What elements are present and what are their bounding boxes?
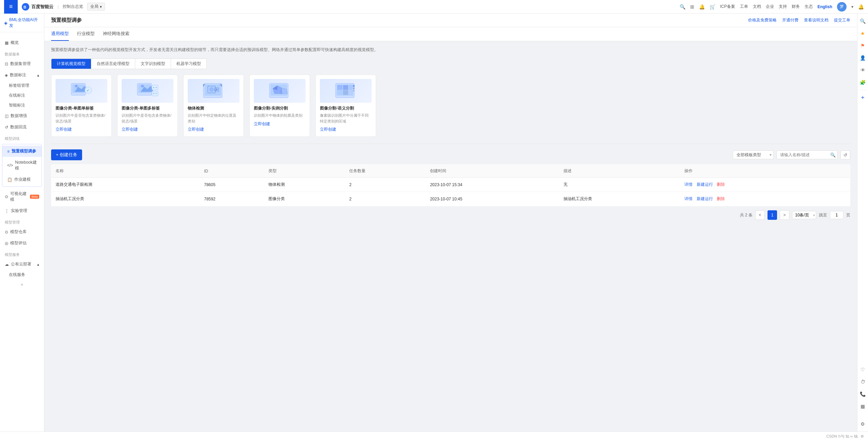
diamond-icon: ◈ — [4, 20, 7, 26]
delete-link-1[interactable]: 删除 — [717, 196, 725, 201]
section-divider — [51, 144, 850, 144]
sidebar-item-experiment[interactable]: ⋮ 实验管理 — [0, 205, 44, 216]
scope-selector[interactable]: 全局 ▾ — [87, 3, 105, 11]
detail-link-1[interactable]: 详情 — [684, 196, 693, 201]
float-grid-icon[interactable]: ▦ — [858, 402, 868, 411]
delete-link-0[interactable]: 删除 — [717, 182, 725, 187]
sidebar-item-overview[interactable]: ▦ 概览 — [0, 37, 44, 48]
logo-text: 百度智能云 — [31, 4, 53, 10]
svg-text:B: B — [24, 5, 26, 9]
sidebar-item-backflow[interactable]: ↺ 数据回流 — [0, 121, 44, 133]
sidebar-subitem-smart-label[interactable]: 智能标注 — [0, 100, 44, 110]
refresh-btn[interactable]: ↺ — [840, 150, 850, 160]
page-size-select[interactable]: 10条/页 20条/页 50条/页 — [792, 211, 816, 219]
float-favorite-icon[interactable]: ♡ — [858, 365, 868, 374]
search-icon[interactable]: 🔍 — [680, 4, 685, 10]
tab-industry-model[interactable]: 行业模型 — [77, 27, 95, 41]
sidebar-item-job-model[interactable]: 📋 作业建模 — [2, 174, 42, 185]
new-run-link-1[interactable]: 新建运行 — [697, 196, 713, 201]
pricing-link[interactable]: 价格及免费策略 — [748, 17, 777, 23]
sidebar-item-dataset[interactable]: ⊡ 数据集管理 — [0, 58, 44, 69]
sidebar-item-preset-model[interactable]: ≡ 预置模型调参 — [2, 146, 42, 157]
model-card-0[interactable]: ✓ 图像分类-单图单标签 识别图片中是否包含某类物体/状态/场景 立即创建 — [51, 75, 112, 137]
float-phone-icon[interactable]: 📞 — [858, 389, 868, 399]
sidebar-item-cloud-deploy[interactable]: ☁ 公有云部署 ▴ — [0, 259, 44, 270]
table-row-1: 抽油机工况分类 78592 图像分类 2 2023-10-07 10:45 抽油… — [51, 192, 850, 206]
model-card-3[interactable]: 图像分割-实例分割 识别图片中物体的轮廓及类别 立即创建 — [249, 75, 310, 137]
finance-link[interactable]: 财务 — [792, 4, 800, 10]
avatar[interactable]: 梦 — [837, 2, 847, 12]
docs-link[interactable]: 文档 — [753, 4, 761, 10]
tab-general-model[interactable]: 通用模型 — [51, 27, 69, 41]
detail-link-0[interactable]: 详情 — [684, 182, 693, 187]
card-link-0[interactable]: 立即创建 — [56, 127, 72, 132]
model-card-1[interactable]: + + + + 图像分类-单图多标签 识别图片中是否包含多类物体/状态/场景 立… — [117, 75, 178, 137]
sidebar-item-augment[interactable]: ◫ 数据增强 — [0, 110, 44, 121]
card-link-1[interactable]: 立即创建 — [122, 127, 138, 132]
search-submit-icon[interactable]: 🔍 — [830, 152, 836, 158]
float-settings-icon[interactable]: ⚙ — [858, 419, 868, 429]
float-user-icon[interactable]: 👤 — [858, 53, 868, 63]
create-task-btn[interactable]: + 创建任务 — [51, 149, 82, 160]
bell-icon[interactable]: 🔔 — [858, 4, 864, 10]
goto-input[interactable] — [830, 211, 843, 219]
float-clock-icon[interactable]: ⏱ — [858, 377, 868, 387]
sidebar-subitem-online-label[interactable]: 在线标注 — [0, 91, 44, 100]
support-link[interactable]: 支持 — [779, 4, 787, 10]
float-add-icon[interactable]: + — [858, 93, 868, 102]
model-card-2[interactable]: 物体检测 识别图片中特定物体的位置及类别 立即创建 — [183, 75, 244, 137]
float-star-icon[interactable]: ★ — [858, 29, 868, 38]
sidebar-item-visual-model[interactable]: ⊙ 可视化建模 Beta — [0, 188, 44, 205]
ticket-link[interactable]: 工单 — [740, 4, 748, 10]
top-nav-right: 🔍 ⊞ 🔔 🛒 ICP备案 工单 文档 企业 支持 财务 生态 English … — [680, 2, 864, 12]
filter-select[interactable]: 全部模板类型 图像分类 物体检测 图像分割 — [733, 150, 774, 159]
sidebar-item-model-eval[interactable]: ◎ 模型评估 — [0, 238, 44, 249]
english-link[interactable]: English — [818, 4, 832, 9]
detection-icon — [202, 82, 226, 100]
apps-icon[interactable]: ⊞ — [690, 4, 694, 10]
card-link-4[interactable]: 立即创建 — [320, 127, 336, 132]
notification-icon[interactable]: 🔔 — [699, 4, 705, 10]
search-input[interactable] — [776, 150, 838, 159]
submit-ticket-link[interactable]: 提交工单 — [834, 17, 850, 23]
section-title-train: 模型训练 — [0, 133, 44, 143]
settings-icon-bottom[interactable]: ⚙ — [861, 434, 864, 439]
cell-task-count-1: 2 — [345, 192, 426, 206]
cell-actions-0: 详情 新建运行 删除 — [680, 178, 850, 192]
docs-detail-link[interactable]: 查看说明文档 — [804, 17, 828, 23]
col-header-id: ID — [200, 165, 264, 178]
svg-rect-35 — [343, 85, 348, 90]
tab-ml-model[interactable]: 机器学习模型 — [171, 59, 206, 69]
chevron-down-icon-avatar[interactable]: ▾ — [851, 4, 853, 9]
new-run-link-0[interactable]: 新建运行 — [697, 182, 713, 187]
enable-pay-link[interactable]: 开通付费 — [782, 17, 799, 23]
prev-page-btn[interactable]: < — [755, 210, 765, 220]
cell-desc-1: 抽油机工况分类 — [559, 192, 681, 206]
chevron-up-icon: ▴ — [37, 73, 39, 78]
icp-link[interactable]: ICP备案 — [720, 4, 735, 10]
control-dashboard-link[interactable]: 控制台总览 — [63, 4, 83, 10]
page-btn-1[interactable]: 1 — [768, 210, 777, 220]
float-eye-icon[interactable]: 👁 — [858, 65, 868, 75]
sidebar-item-model-repo[interactable]: ⊙ 模型仓库 — [0, 226, 44, 238]
model-card-4[interactable]: 图像分割-语义分割 像素级识别图片中分属于不同特定类别的区域 立即创建 — [315, 75, 376, 137]
tab-cv-model[interactable]: 计算机视觉模型 — [51, 59, 91, 69]
tab-neural-search[interactable]: 神经网络搜索 — [103, 27, 129, 41]
enterprise-link[interactable]: 企业 — [766, 4, 774, 10]
sidebar-item-label[interactable]: ◈ 数据标注 ▴ — [0, 69, 44, 81]
sidebar-subitem-online-service[interactable]: 在线服务 — [0, 270, 44, 280]
float-puzzle-icon[interactable]: 🧩 — [858, 78, 868, 87]
sidebar-item-bml[interactable]: ◈ BML全功能AI开发 — [0, 14, 44, 32]
ecology-link[interactable]: 生态 — [805, 4, 813, 10]
card-link-3[interactable]: 立即创建 — [254, 121, 270, 126]
menu-toggle-btn[interactable]: ≡ — [4, 0, 18, 14]
card-link-2[interactable]: 立即创建 — [188, 127, 204, 132]
float-flag-icon[interactable]: ⚑ — [858, 41, 868, 50]
sidebar-subitem-tag-group[interactable]: 标签组管理 — [0, 81, 44, 91]
tab-nlp-model[interactable]: 自然语言处理模型 — [91, 59, 135, 69]
sidebar-item-notebook[interactable]: </> Notebook建模 — [2, 157, 42, 174]
tab-ocr-model[interactable]: 文字识别模型 — [135, 59, 171, 69]
next-page-btn[interactable]: > — [780, 210, 789, 220]
float-search-icon[interactable]: 🔍 — [858, 16, 868, 26]
cart-icon[interactable]: 🛒 — [710, 4, 715, 10]
